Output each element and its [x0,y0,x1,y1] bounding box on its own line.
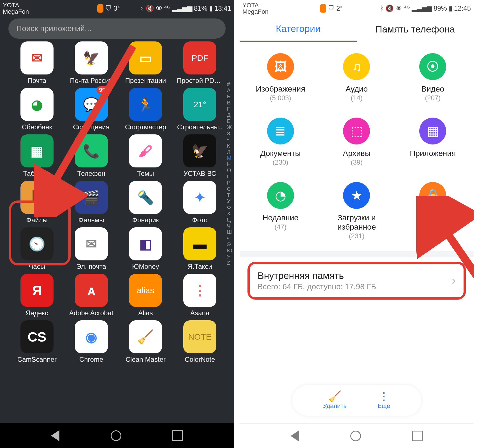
alpha-Г[interactable]: Г [227,106,232,112]
alpha-scroller[interactable]: #АБВГДЕЖЗ•КЛМНОПРСТУФХЦЧШ•ЭЮЯZ [227,81,232,266]
recents-button[interactable] [412,431,423,441]
alpha-Р[interactable]: Р [227,180,232,186]
app-clean-master[interactable]: 🧹Clean Master [120,320,172,363]
app-label: Почта России [70,77,112,85]
home-button[interactable] [350,431,361,441]
alpha-•[interactable]: • [227,137,232,143]
app-icon: 🗄 [20,181,54,214]
badge: 99+ [96,86,112,94]
alpha-У[interactable]: У [227,198,232,204]
app-adobe-acrobat[interactable]: ᴀAdobe Acrobat [66,274,117,317]
app-asana[interactable]: ⋮Asana [174,274,226,317]
alpha-П[interactable]: П [227,174,232,180]
alpha-М[interactable]: М [227,155,232,161]
category-личное[interactable]: 🔒Личное [395,182,471,240]
app-строительны-[interactable]: 21°Строительны.. [174,88,226,131]
alpha-Ш[interactable]: Ш [227,229,232,235]
alpha-З[interactable]: З [227,130,232,137]
app-label: Простой PDF-.. [177,77,223,85]
alpha-Д[interactable]: Д [227,112,232,118]
category-grid: 🖼Изображения(5 003)♫Аудио(14)⦿Видео(207)… [240,42,474,251]
app-презентации[interactable]: ▭Презентации [120,41,172,85]
category-приложения[interactable]: ▦Приложения [395,118,471,166]
app-часы[interactable]: 🕙Часы [11,227,63,270]
app-простой-pdf-[interactable]: PDFПростой PDF-.. [174,41,226,85]
alpha-Ф[interactable]: Ф [227,204,232,211]
alpha-Х[interactable]: Х [227,211,232,217]
category-count: (14) [351,94,363,102]
app-icon: 🧹 [129,320,162,353]
alpha-Е[interactable]: Е [227,118,232,124]
tab-categories[interactable]: Категории [240,17,357,42]
alpha-Ц[interactable]: Ц [227,217,232,223]
app-icon: ✦ [183,181,216,214]
alpha-Л[interactable]: Л [227,149,232,155]
alpha-Б[interactable]: Б [227,94,232,100]
alpha-К[interactable]: К [227,143,232,149]
alpha-С[interactable]: С [227,186,232,192]
sim-icon [320,4,326,13]
app-alias[interactable]: aliasAlias [120,274,172,317]
status-bar: YOTA MegaFon ⛉ 3° ᚼ 🔇 👁 ⁴ᴳ ▂▃▅▆ 81% ▮ 13… [0,0,234,17]
alpha-#[interactable]: # [227,81,232,87]
mute-icon: 🔇 [385,4,394,12]
app-grid: ✉Почта🦅Почта России▭ПрезентацииPDFПросто… [0,41,234,363]
back-button[interactable] [51,430,59,441]
alpha-А[interactable]: А [227,87,232,94]
alpha-Ж[interactable]: Ж [227,124,232,130]
category-видео[interactable]: ⦿Видео(207) [395,53,471,102]
app-chrome[interactable]: ◉Chrome [66,320,117,363]
recents-button[interactable] [172,430,183,441]
tab-phone-storage[interactable]: Память телефона [357,17,474,42]
more-button[interactable]: ⋮ Ещё [378,391,390,410]
app-icon: ✉ [20,41,54,74]
category-label: Личное [420,213,446,222]
app-camscanner[interactable]: CSCamScanner [11,320,63,363]
app-таблицы[interactable]: ▦Таблицы [11,134,63,178]
search-input[interactable]: Поиск приложений... [8,18,226,39]
category-label: Приложения [410,149,456,158]
app-фонарик[interactable]: 🔦Фонарик [120,181,172,224]
category-аудио[interactable]: ♫Аудио(14) [319,53,395,102]
app-эл-почта[interactable]: ✉Эл. почта [66,227,117,270]
category-изображения[interactable]: 🖼Изображения(5 003) [242,53,319,102]
alpha-Z[interactable]: Z [227,260,232,266]
app-сообщения[interactable]: 💬99+Сообщения [66,88,117,131]
carrier-label: YOTA MegaFon [3,2,29,15]
sim-icon [97,4,103,13]
app-яндекс[interactable]: ЯЯндекс [11,274,63,317]
home-button[interactable] [111,430,121,441]
alpha-Ю[interactable]: Ю [227,248,232,254]
alpha-Ч[interactable]: Ч [227,223,232,229]
alpha-В[interactable]: В [227,100,232,106]
app-темы[interactable]: 🖌Темы [120,134,172,178]
app-файлы[interactable]: 🗄Файлы [11,181,63,224]
app-фильмы[interactable]: 🎬Фильмы [66,181,117,224]
category-документы[interactable]: ≣Документы(230) [242,118,319,166]
category-архивы[interactable]: ⬚Архивы(39) [319,118,395,166]
back-button[interactable] [291,430,299,442]
clean-button[interactable]: 🧹 Удалить [323,391,347,410]
category-загрузки-и-избранное[interactable]: ★Загрузки и избранное(231) [319,182,395,240]
app-юmoney[interactable]: ◧ЮMoney [120,227,172,270]
app-фото[interactable]: ✦Фото [174,181,226,224]
app-устав-вс[interactable]: 🦅УСТАВ ВС [174,134,226,178]
alpha-Я[interactable]: Я [227,254,232,260]
alpha-•[interactable]: • [227,235,232,241]
app-я-такси[interactable]: ▬Я.Такси [174,227,226,270]
alpha-Э[interactable]: Э [227,241,232,248]
app-colornote[interactable]: NOTEColorNote [174,320,226,363]
alpha-Т[interactable]: Т [227,192,232,198]
app-почта[interactable]: ✉Почта [11,41,63,85]
app-спортмастер[interactable]: 🏃Спортмастер [120,88,172,131]
category-недавние[interactable]: ◔Недавние(47) [242,182,319,240]
alpha-О[interactable]: О [227,167,232,174]
app-почта-россии[interactable]: 🦅Почта России [66,41,117,85]
app-icon: ▭ [129,41,162,74]
internal-storage-row[interactable]: Внутренняя память Всего: 64 ГБ, доступно… [247,262,466,300]
app-label: Строительны.. [177,123,223,131]
app-телефон[interactable]: 📞Телефон [66,134,117,178]
category-label: Видео [421,85,444,94]
alpha-Н[interactable]: Н [227,161,232,167]
app-сбербанк[interactable]: ◕Сбербанк [11,88,63,131]
